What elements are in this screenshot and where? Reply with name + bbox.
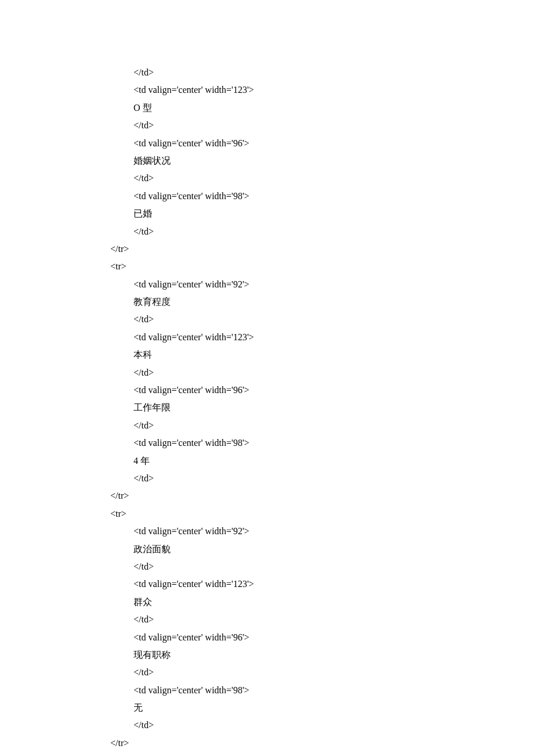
- code-line: 已婚: [0, 205, 534, 222]
- code-line: </td>: [0, 611, 534, 628]
- code-line: <td valign='center' width='96'>: [0, 135, 534, 152]
- code-line: 教育程度: [0, 293, 534, 311]
- code-line: 群众: [0, 593, 534, 611]
- code-line: <td valign='center' width='98'>: [0, 682, 534, 699]
- code-line: </tr>: [0, 240, 534, 258]
- code-line: 工作年限: [0, 399, 534, 416]
- code-line: <tr>: [0, 505, 534, 523]
- code-line: </td>: [0, 223, 534, 240]
- code-line: <td valign='center' width='92'>: [0, 276, 534, 293]
- code-line: <tr>: [0, 752, 534, 756]
- code-line: </td>: [0, 470, 534, 487]
- code-line: 政治面貌: [0, 541, 534, 558]
- code-line: 现有职称: [0, 646, 534, 664]
- code-line: <tr>: [0, 258, 534, 275]
- code-line: </tr>: [0, 735, 534, 752]
- code-line: 本科: [0, 346, 534, 363]
- code-line: <td valign='center' width='98'>: [0, 434, 534, 452]
- code-line: </td>: [0, 558, 534, 575]
- code-line: </td>: [0, 417, 534, 434]
- code-line: <td valign='center' width='123'>: [0, 81, 534, 99]
- code-line: <td valign='center' width='98'>: [0, 188, 534, 205]
- code-line: </td>: [0, 364, 534, 381]
- code-line: 婚姻状况: [0, 152, 534, 170]
- code-line: </td>: [0, 64, 534, 81]
- code-line: O 型: [0, 99, 534, 117]
- code-line: </td>: [0, 664, 534, 681]
- code-line: </td>: [0, 117, 534, 134]
- code-line: </td>: [0, 170, 534, 187]
- code-line: 4 年: [0, 452, 534, 470]
- code-line: <td valign='center' width='96'>: [0, 381, 534, 399]
- code-line: <td valign='center' width='96'>: [0, 629, 534, 646]
- code-line: 无: [0, 699, 534, 717]
- code-line: </td>: [0, 717, 534, 734]
- code-line: </tr>: [0, 487, 534, 505]
- code-line: <td valign='center' width='123'>: [0, 575, 534, 593]
- document-page: </td><td valign='center' width='123'>O 型…: [0, 0, 534, 756]
- code-line: </td>: [0, 311, 534, 328]
- code-line: <td valign='center' width='92'>: [0, 523, 534, 540]
- code-line: <td valign='center' width='123'>: [0, 329, 534, 346]
